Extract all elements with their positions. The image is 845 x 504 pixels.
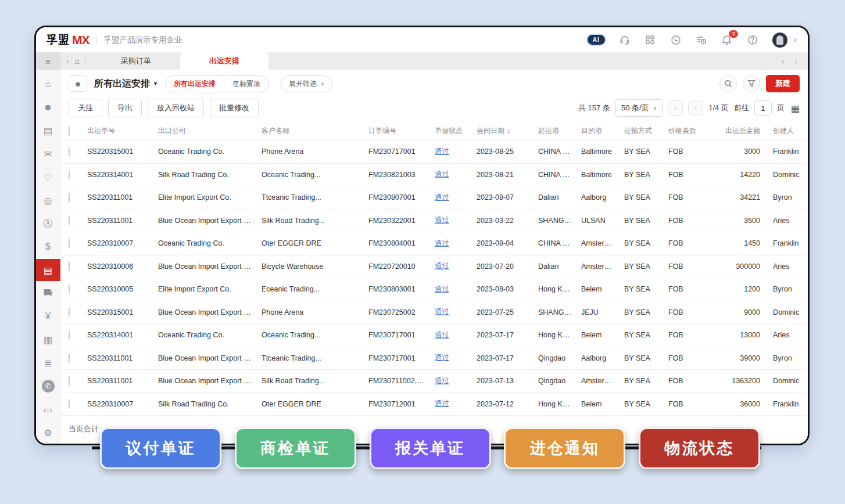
home-tab-icon[interactable]: ⌂ (74, 56, 79, 66)
table-row[interactable]: SS220314001Oceanic Trading Co.Oceanic Tr… (60, 324, 807, 347)
create-new-button[interactable]: 新建 (766, 75, 800, 92)
column-header[interactable]: 合同日期▲▼ (472, 122, 534, 141)
apps-grid-icon[interactable] (645, 34, 656, 46)
process-button-0[interactable]: 议付单证 (100, 427, 221, 469)
home-icon[interactable]: ⌂ (36, 73, 60, 95)
row-checkbox[interactable] (69, 262, 70, 271)
status-link[interactable]: 通过 (435, 193, 449, 201)
cell: 2023-07-25 (472, 301, 534, 324)
row-checkbox[interactable] (69, 147, 70, 156)
status-link[interactable]: 通过 (435, 331, 449, 339)
finance-money-icon[interactable]: ¥ (36, 305, 60, 327)
process-button-2[interactable]: 报关单证 (370, 427, 491, 469)
tab-0[interactable]: 采购订单 (92, 52, 180, 70)
row-checkbox[interactable] (69, 308, 70, 317)
compass-icon[interactable]: ◎ (36, 189, 60, 211)
history-list-icon[interactable] (696, 34, 707, 46)
status-link[interactable]: 通过 (435, 377, 449, 385)
column-config-icon[interactable]: ▦ (791, 103, 800, 114)
settings-gear-icon[interactable]: ⚙ (36, 422, 60, 444)
status-link[interactable]: 通过 (435, 170, 449, 178)
headset-icon[interactable] (619, 34, 631, 46)
table-row[interactable]: SS220311001Blue Ocean Import Export Co.T… (60, 347, 807, 370)
table-row[interactable]: SS220310007Silk Road Trading Co.Oter EGG… (60, 393, 807, 416)
cell: FM230821003 (364, 163, 430, 186)
tabs: 采购订单出运安排 (92, 52, 268, 70)
status-link[interactable]: 通过 (435, 308, 449, 316)
table-row[interactable]: SS220314001Silk Road Trading Co.Oceanic … (60, 163, 807, 186)
prev-page-button[interactable]: ‹ (668, 100, 683, 116)
quick-filter-segment-0[interactable]: 所有出运安排 (166, 76, 224, 92)
toolbar-button-3[interactable]: 批量修改 (210, 99, 259, 117)
avatar-chevron-down-icon[interactable]: ∨ (793, 37, 797, 43)
row-checkbox[interactable] (69, 193, 70, 202)
next-page-button[interactable]: › (688, 100, 703, 116)
process-button-1[interactable]: 商检单证 (235, 427, 356, 469)
row-checkbox[interactable] (69, 285, 70, 294)
table-row[interactable]: SS220310007Oceanic Trading Co.Oter EGGER… (60, 232, 807, 255)
process-flow-buttons: 议付单证商检单证报关单证进仓通知物流状态 (100, 427, 760, 469)
help-icon[interactable] (747, 34, 758, 46)
row-checkbox[interactable] (69, 330, 70, 340)
status-link[interactable]: 通过 (435, 262, 449, 270)
page-size-select[interactable]: 50 条/页 ∨ (615, 99, 663, 117)
table-row[interactable]: SS220311001Blue Ocean Import Export Co.S… (60, 370, 807, 393)
owner-filter-button[interactable]: ☻ (69, 75, 87, 92)
filter-right-actions: 新建 (719, 75, 800, 92)
whatsapp-icon[interactable] (670, 34, 682, 46)
row-checkbox[interactable] (69, 170, 70, 179)
table-row[interactable]: SS220310006Blue Ocean Import Export Co.B… (60, 255, 807, 278)
logistics-truck-icon[interactable]: ⛟ (36, 282, 60, 304)
status-link[interactable]: 通过 (435, 147, 449, 156)
toolbar-button-2[interactable]: 放入回收站 (148, 99, 204, 117)
toolbar-button-0[interactable]: 关注 (69, 99, 102, 117)
cell: Phone Arena (257, 141, 364, 164)
table-row[interactable]: SS220311001Elite Import Export Co.Ttcean… (60, 186, 807, 210)
status-link[interactable]: 通过 (435, 399, 449, 408)
row-checkbox[interactable] (69, 354, 70, 363)
goto-page-input[interactable] (754, 100, 772, 116)
ai-assistant-button[interactable]: AI (588, 35, 605, 45)
process-button-4[interactable]: 物流状态 (639, 427, 760, 469)
monitor-icon[interactable]: ▭ (36, 398, 60, 420)
table-row[interactable]: SS220315001Blue Ocean Import Export Co.P… (60, 301, 807, 324)
toolbar-button-1[interactable]: 导出 (108, 99, 142, 117)
marketing-a-icon[interactable]: Ⓐ (36, 213, 60, 235)
tab-menu-kebab-icon[interactable]: ⋮ (792, 57, 800, 66)
mail-icon[interactable]: ✉ (36, 143, 60, 165)
status-link[interactable]: 通过 (435, 239, 449, 247)
row-checkbox[interactable] (69, 399, 70, 409)
report-chart-icon[interactable]: ≣ (36, 352, 60, 374)
org-chart-icon[interactable]: ▤ (36, 120, 60, 142)
tab-scroll-right-icon[interactable]: › (782, 57, 784, 66)
expand-filter-button[interactable]: 展开筛选 ∨ (281, 75, 332, 92)
row-checkbox[interactable] (69, 239, 70, 248)
ledger-book-icon[interactable]: ▥ (36, 329, 60, 351)
status-link[interactable]: 通过 (435, 285, 449, 293)
shipping-doc-icon[interactable]: ▤ (36, 259, 60, 281)
status-link[interactable]: 通过 (435, 354, 449, 362)
back-icon[interactable]: ‹ (66, 57, 69, 66)
status-link[interactable]: 通过 (435, 216, 449, 224)
filter-funnel-icon[interactable] (743, 75, 760, 92)
search-icon[interactable] (719, 75, 737, 92)
select-all-checkbox[interactable] (69, 127, 70, 136)
table-row[interactable]: SS220311001Blue Ocean Import Export Co.S… (60, 209, 807, 232)
table-row[interactable]: SS220310005Elite Import Export Co.Eceani… (60, 278, 807, 301)
whatsapp-icon[interactable]: ✆ (36, 375, 60, 397)
contacts-icon[interactable]: ☻ (36, 96, 60, 118)
cell: FM230804001 (364, 232, 430, 255)
row-checkbox[interactable] (69, 216, 70, 225)
sidebar-collapse-icon[interactable]: ≡ (36, 52, 60, 70)
sort-icon[interactable]: ▲▼ (507, 128, 510, 134)
sales-briefcase-icon[interactable]: $ (36, 236, 60, 258)
quick-filter-segment-1[interactable]: 星标置顶 (224, 76, 268, 92)
avatar[interactable] (772, 33, 787, 48)
products-bag-icon[interactable]: ♡ (36, 166, 60, 188)
row-checkbox[interactable] (69, 376, 70, 386)
tab-1[interactable]: 出运安排 (180, 52, 268, 70)
table-row[interactable]: SS220315001Oceanic Trading Co.Phone Aren… (60, 141, 807, 164)
bell-icon[interactable]: 7 (721, 34, 733, 46)
process-button-3[interactable]: 进仓通知 (504, 427, 625, 469)
view-selector[interactable]: 所有出运安排 ▼ (94, 78, 158, 90)
